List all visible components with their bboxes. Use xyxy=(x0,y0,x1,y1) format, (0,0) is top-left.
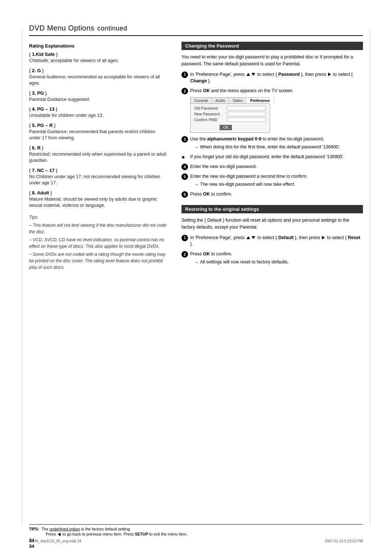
tips-item-3: – Some DVDs are not coded with a rating … xyxy=(29,251,167,271)
restoring-settings-heading: Restoring to the original settings xyxy=(181,205,363,213)
arrow-right-icon-2: → xyxy=(194,181,199,188)
rating-r: { 6. R } Restricted; recommended only wh… xyxy=(29,145,167,164)
page-footer: TIPS: The underlined option is the facto… xyxy=(29,524,363,543)
step-5: 5 Enter the new six-digit password a sec… xyxy=(181,173,363,188)
step-4-num: 4 xyxy=(181,164,188,170)
rating-pgr-label: { 5. PG – R } xyxy=(29,123,167,128)
menu-row-new-password: New Password xyxy=(194,112,266,116)
title-continued: continued xyxy=(97,25,127,32)
tips-item-1: – This feature will not limit viewing if… xyxy=(29,222,167,235)
restoring-settings-intro: Setting the { Default } function will re… xyxy=(181,217,363,231)
menu-tabs: General Audio Video Preference xyxy=(191,98,270,104)
menu-row-confirm-pwd: Confirm PWD xyxy=(194,118,266,122)
rating-pgr: { 5. PG – R } Parental Guidance; recomme… xyxy=(29,123,167,141)
menu-row-old-password: Old Password xyxy=(194,106,266,110)
step-2-num: 2 xyxy=(181,88,188,94)
footer-tips: TIPS: The underlined option is the facto… xyxy=(29,524,363,536)
title-text: DVD Menu Options xyxy=(29,24,94,32)
menu-tab-general: General xyxy=(191,98,212,103)
menu-row-old-password-input xyxy=(227,106,266,110)
restore-step-2-content: Press OK to confirm. → All settings will… xyxy=(190,251,363,266)
step-3: 3 Use the alphanumeric keypad 0-9 to ent… xyxy=(181,136,363,151)
menu-row-confirm-pwd-label: Confirm PWD xyxy=(194,118,227,122)
rating-kidsafe-desc: Childsafe; acceptable for viewers of all… xyxy=(29,58,167,64)
step-6-content: Press OK to confirm. xyxy=(190,191,363,198)
menu-body: Old Password New Password Confirm PWD OK xyxy=(191,104,270,132)
rating-nc17-desc: No Children under age 17; not recommende… xyxy=(29,174,167,186)
restore-step-2-sub: → All settings will now reset to factory… xyxy=(194,259,363,266)
restore-step-1-content: In 'Preference Page', press to select { … xyxy=(190,234,363,248)
bullet-icon: ● xyxy=(181,153,188,160)
rating-pgr-desc: Parental Guidance; recommended that pare… xyxy=(29,129,167,141)
step-6: 6 Press OK to confirm. xyxy=(181,191,363,198)
tips-section: Tips: – This feature will not limit view… xyxy=(29,214,167,271)
menu-row-old-password-label: Old Password xyxy=(194,106,227,110)
step-3-sub: → When doing this for the first time, en… xyxy=(194,144,363,151)
rating-r-desc: Restricted; recommended only when superv… xyxy=(29,151,167,164)
step-3-sub-text: When doing this for the first time, ente… xyxy=(200,144,340,151)
file-info-left: 01-40_dvp3120_05_eng.indd 34 xyxy=(29,539,81,543)
restore-step-2: 2 Press OK to confirm. → All settings wi… xyxy=(181,251,363,266)
menu-ok-button: OK xyxy=(220,125,232,130)
step-2: 2 Press OK and the menu appears on the T… xyxy=(181,87,363,94)
rating-adult: { 8. Adult } Mature Material; should be … xyxy=(29,190,167,209)
step-3-content: Use the alphanumeric keypad 0-9 to enter… xyxy=(190,136,363,151)
arrow-right-icon: → xyxy=(194,144,199,151)
changing-password-intro: You need to enter your six-digit passwor… xyxy=(181,54,363,67)
menu-row-new-password-label: New Password xyxy=(194,112,227,116)
step-5-sub: → The new six-digit password will now ta… xyxy=(194,181,363,188)
page-title: DVD Menu Options continued xyxy=(29,22,363,36)
step-5-content: Enter the new six-digit password a secon… xyxy=(190,173,363,188)
tips-label: TIPS: xyxy=(29,527,39,531)
footer-tips-text: The underlined option is the factory def… xyxy=(41,527,131,531)
menu-screenshot: General Audio Video Preference Old Passw… xyxy=(190,97,270,133)
step-3-num: 3 xyxy=(181,136,188,143)
tips-title: Tips: xyxy=(29,214,167,221)
restore-step-1-num: 1 xyxy=(181,235,188,241)
changing-password-heading: Changing the Password xyxy=(181,42,363,50)
step-5-num: 5 xyxy=(181,173,188,180)
rating-nc17: { 7. NC – 17 } No Children under age 17;… xyxy=(29,168,167,186)
tips-item-2: – VCD, SVCD, CD have no level indication… xyxy=(29,237,167,250)
rating-kidsafe-label: { 1.Kid Safe } xyxy=(29,52,167,57)
rating-pg13: { 4. PG – 13 } Unsuitable for children u… xyxy=(29,106,167,119)
menu-row-confirm-pwd-input xyxy=(227,118,266,122)
step-2-content: Press OK and the menu appears on the TV … xyxy=(190,87,363,94)
page-number-display: 34 xyxy=(29,543,34,549)
rating-pg13-label: { 4. PG – 13 } xyxy=(29,106,167,112)
menu-row-new-password-input xyxy=(227,112,266,116)
rating-g: { 2. G } General Audience; recommended a… xyxy=(29,68,167,87)
rating-pg-desc: Parental Guidance suggested. xyxy=(29,97,167,103)
restore-step-2-sub-text: All settings will now reset to factory d… xyxy=(200,259,289,266)
step-4: 4 Enter the new six-digit password. xyxy=(181,163,363,170)
tips-line1-suffix: is the factory default setting. xyxy=(81,527,131,531)
setup-text: SETUP xyxy=(135,532,148,536)
step-5-sub-text: The new six-digit password will now take… xyxy=(200,181,295,188)
step-1-content: In 'Preference Page', press to select { … xyxy=(190,71,363,85)
tips-line1-prefix: The xyxy=(41,527,48,531)
menu-tab-video: Video xyxy=(229,98,246,103)
step-1: 1 In 'Preference Page', press to select … xyxy=(181,71,363,85)
rating-g-desc: General Audience; recommended as accepta… xyxy=(29,74,167,87)
footer-tips-line1-row: TIPS: The underlined option is the facto… xyxy=(29,527,363,531)
page-number: 34 xyxy=(29,538,34,543)
right-column: Changing the Password You need to enter … xyxy=(181,42,363,271)
page-container: DVD Menu Options continued Rating Explan… xyxy=(0,0,392,554)
footer-file-row: 01-40_dvp3120_05_eng.indd 34 34 2007-01-… xyxy=(29,539,363,543)
step-note: ● If you forget your old six-digit passw… xyxy=(181,153,363,160)
underlined-option: underlined option xyxy=(49,527,80,531)
arrow-right-icon-3: → xyxy=(194,259,199,266)
rating-adult-desc: Mature Material; should be viewed only b… xyxy=(29,196,167,209)
menu-tab-audio: Audio xyxy=(212,98,229,103)
rating-adult-label: { 8. Adult } xyxy=(29,190,167,196)
rating-explanations-heading: Rating Explanations xyxy=(29,43,167,49)
rating-pg13-desc: Unsuitable for children under age 13. xyxy=(29,112,167,119)
rating-nc17-label: { 7. NC – 17 } xyxy=(29,168,167,173)
step-4-content: Enter the new six-digit password. xyxy=(190,163,363,170)
footer-tips-line2: Press to go back to previous menu item. … xyxy=(29,532,363,536)
rating-pg-label: { 3. PG } xyxy=(29,90,167,96)
rating-pg: { 3. PG } Parental Guidance suggested. xyxy=(29,90,167,103)
menu-tab-preference: Preference xyxy=(246,98,274,103)
step-6-num: 6 xyxy=(181,191,188,198)
step-note-content: If you forget your old six-digit passwor… xyxy=(190,153,363,160)
